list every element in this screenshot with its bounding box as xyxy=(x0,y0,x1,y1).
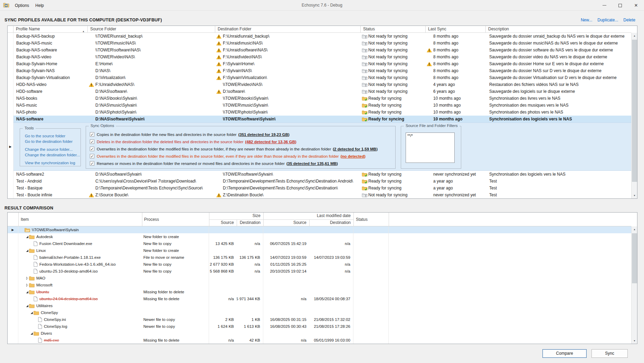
tools-link[interactable]: View the synchronization log xyxy=(25,160,80,166)
comparison-row[interactable]: CloneSpy xyxy=(8,309,631,316)
profile-row[interactable]: Test - BasiqueD:\Temporaire\Development\… xyxy=(8,185,631,192)
comparison-scrollbar-thumb[interactable] xyxy=(632,233,637,283)
comparison-row[interactable]: Divers xyxy=(8,330,631,337)
column-last-sync[interactable]: Last Sync xyxy=(426,26,486,32)
menu-help[interactable]: Help xyxy=(32,2,47,9)
delete-profile-link[interactable]: Delete xyxy=(623,18,635,22)
duplicate-profile-link[interactable]: Duplicate... xyxy=(597,18,618,22)
scroll-up-icon[interactable]: ▲ xyxy=(632,226,637,232)
tree-expanded-icon[interactable] xyxy=(30,332,33,335)
comparison-row[interactable]: balenaEtcher-Portable-1.18.11.exeFile to… xyxy=(8,254,631,261)
tree-expanded-icon[interactable] xyxy=(26,249,29,252)
scroll-down-icon[interactable]: ▼ xyxy=(632,193,637,198)
date-destination xyxy=(309,247,353,254)
profiles-scrollbar[interactable]: ▲ ▼ xyxy=(631,33,637,198)
detected-count-link[interactable]: (35 detected for 135,61 MB) xyxy=(286,161,338,166)
filters-input[interactable]: **/* xyxy=(406,133,455,163)
checkbox-checked-icon[interactable]: ✓ xyxy=(90,161,94,166)
comparison-row[interactable]: ▶\\TOWER\software\Sylvain xyxy=(8,226,631,233)
size-source xyxy=(209,247,237,254)
comparison-row[interactable]: ubuntu-25.10-desktop-amd64.isoNew file t… xyxy=(8,268,631,275)
profile-row[interactable]: NAS-softwareD:\NAS\software\Sylvain\\\TO… xyxy=(8,116,631,122)
compare-button[interactable]: Compare xyxy=(542,349,587,358)
column-description[interactable]: Description xyxy=(486,26,631,32)
comparison-row[interactable]: Microsoft xyxy=(8,282,631,288)
profile-row[interactable]: Test - AndroidC:\Users\sylva\CrossDevice… xyxy=(8,178,631,185)
column-size-source[interactable]: Source xyxy=(209,219,234,226)
column-destination-folder[interactable]: Destination Folder xyxy=(215,26,361,32)
sync-button[interactable]: Sync xyxy=(591,349,628,358)
detected-count-link[interactable]: (2 detected for 1,59 MB) xyxy=(333,147,378,151)
comparison-row[interactable]: Fedora-Workstation-Live-43-1.6.x86_64.is… xyxy=(8,261,631,268)
scroll-down-icon[interactable]: ▼ xyxy=(632,338,637,344)
checkbox-checked-icon[interactable]: ✓ xyxy=(90,139,94,144)
comparison-row[interactable]: Fusion Client Downloader.exeNew file to … xyxy=(8,240,631,247)
column-group-size[interactable]: Size xyxy=(209,213,261,219)
comparison-row[interactable]: LinuxNew folder to create xyxy=(8,247,631,254)
tools-link[interactable]: Change the source folder... xyxy=(25,147,80,152)
comparison-row[interactable]: CloneSpy.iniNewer file to copy2 KB1 KB16… xyxy=(8,316,631,323)
selected-row-indicator: ▶ xyxy=(8,122,13,171)
scroll-up-icon[interactable]: ▲ xyxy=(632,33,637,39)
folder-icon xyxy=(29,304,35,308)
comparison-scrollbar[interactable]: ▲ ▼ xyxy=(631,226,637,344)
profile-row[interactable]: NAS-musicD:\NAS\music\Sylvain\\\TOWER\mu… xyxy=(8,102,631,109)
profile-name: Test - Boucle infinie xyxy=(13,192,88,198)
tools-link[interactable]: Go to the source folder xyxy=(25,133,80,139)
date-source xyxy=(263,288,309,295)
profile-row[interactable]: Backup-Sylvain-VirtualisationD:\Virtuali… xyxy=(8,74,631,81)
column-source-folder[interactable]: Source Folder xyxy=(88,26,215,32)
profile-row[interactable]: Backup-Sylvain-HomeE:\Home\F:\Sylvain\Ho… xyxy=(8,60,631,67)
tree-expanded-icon[interactable] xyxy=(26,304,29,307)
checkbox-checked-icon[interactable]: ✓ xyxy=(90,132,94,137)
tree-expanded-icon[interactable] xyxy=(30,311,33,314)
item-name: ubuntu-24.04-desktop-amd64.iso xyxy=(18,295,142,302)
destination-folder: Z:\Destination Boucle\ xyxy=(215,192,361,198)
profile-row[interactable]: HDD-softwareD:\NAS\software\D:\software\… xyxy=(8,88,631,95)
profile-row[interactable]: NAS-booksD:\NAS\books\Sylvain\\\TOWER\bo… xyxy=(8,95,631,102)
column-profile-name[interactable]: Profile Name▲ xyxy=(13,26,88,32)
profile-row[interactable]: Backup-NAS-software\\TOWER\software\NAS\… xyxy=(8,47,631,53)
tree-expanded-icon[interactable] xyxy=(26,235,29,238)
column-date-destination[interactable]: Destination xyxy=(309,219,351,226)
tree-expanded-icon[interactable] xyxy=(26,291,29,294)
column-status[interactable]: Status xyxy=(361,26,426,32)
menu-options[interactable]: Options xyxy=(12,2,32,9)
column-result-status[interactable]: Status xyxy=(356,213,368,226)
profile-row[interactable]: NAS-software2D:\NAS\software\Sylvain\\\T… xyxy=(8,171,631,178)
comparison-row[interactable]: ubuntu-24.04-desktop-amd64.isoMissing fi… xyxy=(8,295,631,302)
profiles-scrollbar-thumb[interactable] xyxy=(632,40,637,182)
profile-row[interactable]: Backup-NAS-music\\TOWER\music\NAS\F:\Unr… xyxy=(8,40,631,47)
detected-count-link[interactable]: (351 detected for 19,23 GB) xyxy=(238,133,290,137)
comparison-row[interactable]: UbuntuMissing folder to delete xyxy=(8,288,631,295)
tools-link[interactable]: Go to the destination folder xyxy=(25,139,80,144)
profile-row[interactable]: Backup-NAS-video\\TOWER\video\NAS\F:\Unr… xyxy=(8,53,631,60)
comparison-row[interactable]: Utilitaires xyxy=(8,302,631,309)
column-size-destination[interactable]: Destination xyxy=(237,219,261,226)
checkbox-checked-icon[interactable]: ✓ xyxy=(90,154,94,158)
result-status xyxy=(353,240,389,247)
comparison-row[interactable]: CloneSpy.logNewer file to copy1 624 KB1 … xyxy=(8,323,631,330)
column-date-source[interactable]: Source xyxy=(263,219,306,226)
detected-count-link[interactable]: (no detected) xyxy=(341,154,366,158)
maximize-button[interactable] xyxy=(612,0,628,11)
checkbox-checked-icon[interactable]: ✓ xyxy=(90,147,94,151)
profile-row[interactable]: Test - Boucle infinieZ:\Source Boucle\Z:… xyxy=(8,192,631,198)
comparison-row[interactable]: md5.exeMissing file to deleten/a42 KBn/a… xyxy=(8,337,631,344)
column-process[interactable]: Process xyxy=(144,213,159,226)
profile-row[interactable]: NAS-photoD:\NAS\photo\Sylvain\\\TOWER\ph… xyxy=(8,109,631,116)
detected-count-link[interactable]: (482 detected for 13,36 GB) xyxy=(245,140,296,144)
tools-link[interactable]: Change the destination folder... xyxy=(25,152,80,158)
minimize-button[interactable] xyxy=(596,0,612,11)
tree-collapsed-icon[interactable] xyxy=(26,277,29,280)
column-group-last-modified[interactable]: Last modified date xyxy=(263,213,351,219)
close-button[interactable]: ✕ xyxy=(628,0,644,11)
new-profile-link[interactable]: New... xyxy=(581,18,592,22)
profile-row[interactable]: Backup-NAS-backup\\TOWER\unraid_backup\F… xyxy=(8,33,631,40)
tree-collapsed-icon[interactable] xyxy=(26,284,29,287)
column-item[interactable]: Item xyxy=(21,213,29,226)
profile-row[interactable]: Backup-Sylvain-NASD:\NAS\F:\Sylvain\NAS\… xyxy=(8,67,631,74)
profile-row[interactable]: HDD-NAS-videoF:\Unraid\video\NAS\\\TOWER… xyxy=(8,81,631,88)
comparison-row[interactable]: AutodeskNew folder to create xyxy=(8,233,631,240)
comparison-row[interactable]: MAO xyxy=(8,275,631,282)
